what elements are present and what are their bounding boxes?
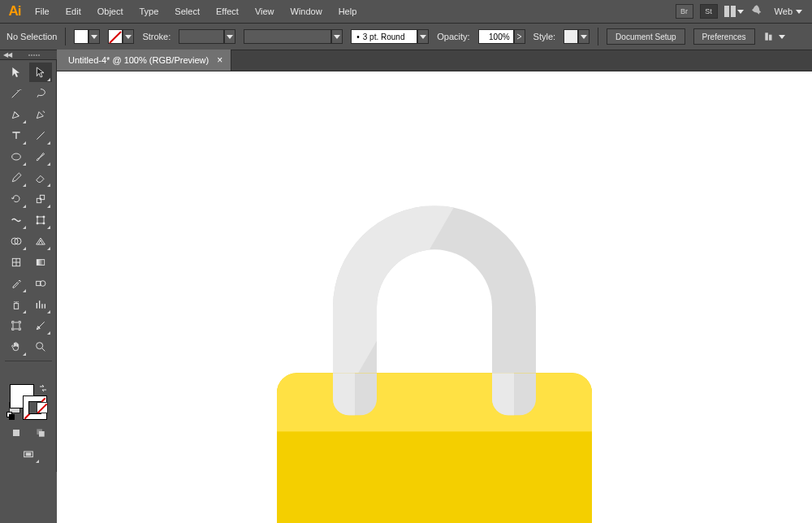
eyedropper-tool[interactable] xyxy=(5,274,28,293)
brush-definition-value: 3 pt. Round xyxy=(363,32,405,41)
stroke-label: Stroke: xyxy=(142,32,171,41)
hand-tool[interactable] xyxy=(5,337,28,357)
scale-tool[interactable] xyxy=(29,189,52,209)
menu-window[interactable]: Window xyxy=(283,2,330,20)
opacity-group[interactable]: 100% xyxy=(478,29,525,44)
chevron-down-icon xyxy=(125,35,132,39)
free-transform-tool[interactable] xyxy=(29,210,52,230)
flyout-indicator-icon xyxy=(47,162,50,166)
chevron-down-icon xyxy=(737,10,744,14)
spray-icon xyxy=(10,298,23,311)
eraser-tool[interactable] xyxy=(29,168,52,188)
stroke-weight-dropdown[interactable] xyxy=(224,29,235,44)
arrange-documents-button[interactable] xyxy=(724,4,744,19)
fill-swatch-dropdown[interactable] xyxy=(89,29,100,44)
stroke-weight-stepper[interactable] xyxy=(179,29,224,44)
tool-separator xyxy=(5,361,52,361)
menu-help[interactable]: Help xyxy=(331,2,365,20)
tab-close-button[interactable]: × xyxy=(217,54,222,66)
opacity-dropdown[interactable] xyxy=(514,29,525,44)
stroke-weight-unit-group[interactable] xyxy=(179,29,235,44)
menu-type[interactable]: Type xyxy=(132,2,166,20)
menu-view[interactable]: View xyxy=(248,2,282,20)
document-area: Untitled-4* @ 100% (RGB/Preview) × xyxy=(57,50,812,523)
svg-rect-1 xyxy=(769,35,772,41)
symbol-sprayer-tool[interactable] xyxy=(5,295,28,314)
lasso-tool[interactable] xyxy=(29,84,52,103)
artboard-canvas[interactable] xyxy=(57,71,812,523)
brush-definition[interactable]: •3 pt. Round xyxy=(351,29,417,44)
variable-width-profile[interactable] xyxy=(244,29,331,44)
menu-edit[interactable]: Edit xyxy=(58,2,89,20)
bridge-launch-button[interactable]: Br xyxy=(676,4,693,19)
document-tab-bar: Untitled-4* @ 100% (RGB/Preview) × xyxy=(57,50,812,71)
brush-definition-dropdown[interactable] xyxy=(417,29,429,44)
flyout-indicator-icon xyxy=(36,460,39,463)
opacity-value-input[interactable]: 100% xyxy=(478,29,514,44)
gradient-icon xyxy=(34,256,47,269)
shape-builder-tool[interactable] xyxy=(5,231,28,251)
chevron-down-icon xyxy=(227,35,233,39)
slice-icon xyxy=(34,319,47,332)
slice-tool[interactable] xyxy=(29,316,52,335)
blend-tool[interactable] xyxy=(29,274,52,293)
menu-select[interactable]: Select xyxy=(167,2,207,20)
perspective-grid-tool[interactable] xyxy=(29,231,52,251)
gpu-performance-button[interactable] xyxy=(750,4,763,19)
brush-definition-group[interactable]: •3 pt. Round xyxy=(351,29,429,44)
rotate-tool[interactable] xyxy=(5,189,28,209)
menu-file[interactable]: File xyxy=(28,2,57,20)
fill-swatch[interactable] xyxy=(74,29,89,44)
align-to-button[interactable] xyxy=(763,29,788,44)
stroke-swatch-group[interactable] xyxy=(108,29,134,44)
artboard-tool[interactable] xyxy=(5,316,28,335)
pen-tool[interactable] xyxy=(5,105,28,124)
tool-panel-header[interactable]: ◀◀ xyxy=(0,50,57,60)
fill-swatch-group[interactable] xyxy=(74,29,100,44)
fill-stroke-control[interactable] xyxy=(5,383,52,420)
line-segment-tool[interactable] xyxy=(29,126,52,145)
divider xyxy=(65,28,66,45)
swap-fill-stroke-button[interactable] xyxy=(39,384,47,392)
width-tool[interactable] xyxy=(5,210,28,230)
ellipse-tool[interactable] xyxy=(5,147,28,166)
menu-object[interactable]: Object xyxy=(90,2,131,20)
menu-effect[interactable]: Effect xyxy=(209,2,246,20)
type-tool[interactable] xyxy=(5,126,28,145)
menubar-right-cluster: Br St Web xyxy=(676,3,807,19)
graphic-style-swatch[interactable] xyxy=(564,29,578,44)
variable-width-dropdown[interactable] xyxy=(331,29,343,44)
curvature-tool[interactable] xyxy=(29,105,52,124)
stock-launch-button[interactable]: St xyxy=(700,4,718,19)
zoom-tool[interactable] xyxy=(29,337,52,357)
none-mode-button[interactable] xyxy=(37,402,48,413)
stroke-swatch-dropdown[interactable] xyxy=(123,29,134,44)
document-setup-button[interactable]: Document Setup xyxy=(607,28,685,45)
svg-rect-5 xyxy=(37,217,44,223)
graphic-style-group[interactable] xyxy=(564,29,590,44)
align-to-dropdown[interactable] xyxy=(776,29,788,44)
paintbrush-tool[interactable] xyxy=(29,147,52,166)
selection-tool[interactable] xyxy=(5,63,28,82)
gradient-tool[interactable] xyxy=(29,253,52,272)
screen-mode-button[interactable] xyxy=(16,446,41,464)
default-fill-stroke-button[interactable] xyxy=(6,412,15,420)
graphic-style-dropdown[interactable] xyxy=(578,29,590,44)
document-tab-active[interactable]: Untitled-4* @ 100% (RGB/Preview) × xyxy=(57,50,231,71)
selection-status: No Selection xyxy=(6,32,57,41)
mesh-tool[interactable] xyxy=(5,253,28,272)
draw-normal-button[interactable] xyxy=(5,423,28,443)
swap-icon xyxy=(39,384,47,392)
svg-point-2 xyxy=(12,153,21,160)
divider xyxy=(598,28,598,45)
stroke-swatch-none[interactable] xyxy=(108,29,123,44)
draw-behind-button[interactable] xyxy=(29,423,52,443)
column-graph-tool[interactable] xyxy=(29,295,52,314)
workspace-switcher[interactable]: Web xyxy=(770,3,807,19)
magic-wand-tool[interactable] xyxy=(5,84,28,103)
preferences-button[interactable]: Preferences xyxy=(693,28,755,45)
variable-width-profile-group[interactable] xyxy=(244,29,343,44)
direct-selection-tool[interactable] xyxy=(29,63,52,82)
shaper-tool[interactable] xyxy=(5,168,28,188)
perspective-icon xyxy=(34,235,47,248)
